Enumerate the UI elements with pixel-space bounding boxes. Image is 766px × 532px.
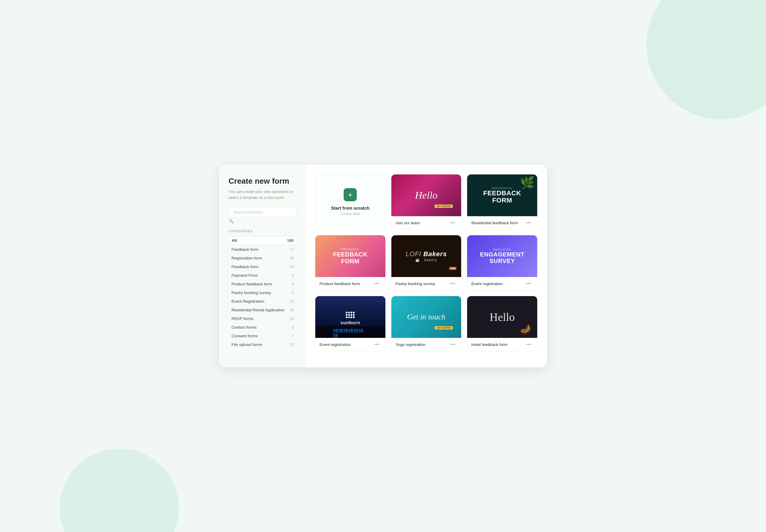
template-thumbnail-text: Hello xyxy=(489,310,515,324)
category-name: Pastry booking survey xyxy=(231,290,292,295)
template-thumbnail-hotel: Hello 🪔 xyxy=(467,296,537,338)
lamp-decoration: 🪔 xyxy=(520,324,532,335)
card-footer: Pastry booking survey ••• xyxy=(391,277,461,290)
search-wrapper xyxy=(228,207,297,217)
template-card-employee-engagement[interactable]: EMPLOYEE ENGAGEMENTSURVEY Event registra… xyxy=(467,235,538,290)
card-menu-button[interactable]: ••• xyxy=(449,219,457,226)
category-count: 5 xyxy=(292,273,294,278)
category-name: RSVP forms xyxy=(231,316,290,321)
category-count: 30 xyxy=(290,256,294,260)
card-menu-button[interactable]: ••• xyxy=(524,280,533,287)
card-menu-button[interactable]: ••• xyxy=(373,280,381,287)
scratch-title: Start from scratch xyxy=(331,205,370,211)
card-label: Event registration xyxy=(471,282,503,286)
sidebar-item-contact[interactable]: Contact forms 3 xyxy=(228,323,297,332)
card-footer: Hotel feedback form ••• xyxy=(467,338,537,351)
card-menu-button[interactable]: ••• xyxy=(449,280,457,287)
category-count: 23 xyxy=(290,316,294,321)
template-thumbnail-join: Hello Get Started xyxy=(391,174,461,216)
category-count: 5 xyxy=(292,290,294,295)
template-card-hotel[interactable]: Hello 🪔 Hotel feedback form ••• xyxy=(467,296,538,351)
template-card-sunburn[interactable]: sunburn Event registration ••• xyxy=(315,296,386,351)
category-name: Feedback form xyxy=(231,247,290,252)
sidebar-item-product-feedback[interactable]: Product feedback form 9 xyxy=(228,280,297,288)
category-count: 9 xyxy=(292,282,294,286)
sidebar-item-registration-form[interactable]: Registration form 30 xyxy=(228,254,297,262)
sidebar-item-consent[interactable]: Consent forms 7 xyxy=(228,332,297,340)
card-label: Hotel feedback form xyxy=(471,342,507,347)
card-label: Product feedback form xyxy=(319,282,360,286)
templates-grid: + Start from scratch A blank slate Hello… xyxy=(315,174,538,351)
sidebar-item-rsvp[interactable]: RSVP forms 23 xyxy=(228,314,297,323)
card-footer: Yoga registration ••• xyxy=(391,338,461,351)
search-icon: 🔍 xyxy=(229,219,234,223)
bg-decoration-top xyxy=(647,0,766,119)
category-name: Residential Rental Application xyxy=(231,308,290,312)
card-label: Join our team xyxy=(396,221,420,225)
sidebar-item-file-upload[interactable]: File upload forms 20 xyxy=(228,340,297,349)
bg-decoration-bottom xyxy=(60,449,179,532)
template-card-yoga[interactable]: Get in touch Get Started Yoga registrati… xyxy=(391,296,462,351)
card-menu-button[interactable]: ••• xyxy=(373,341,381,348)
page-subtitle: You can create your own questions or sel… xyxy=(228,189,297,200)
category-name: Contact forms xyxy=(231,325,292,330)
sidebar-item-feedback-form-2[interactable]: Feedback form 50 xyxy=(228,262,297,271)
template-thumbnail-text: Hello xyxy=(415,190,438,201)
sidebar-item-event-reg[interactable]: Event Registration 10 xyxy=(228,297,297,306)
category-count: 16 xyxy=(290,308,294,312)
sidebar-item-residential[interactable]: Residential Rental Application 16 xyxy=(228,306,297,314)
template-thumbnail-text: RESIDENTIAL FEEDBACKFORM xyxy=(483,187,521,204)
template-badge: Get Started xyxy=(435,205,453,208)
card-footer: Residential feedback form ••• xyxy=(467,216,537,229)
template-card-pastry[interactable]: LOFI Bakers ☕ bakery New Pastry booking … xyxy=(391,235,462,290)
sidebar-item-payment-form[interactable]: Payment Form 5 xyxy=(228,271,297,280)
sidebar-item-feedback-form-1[interactable]: Feedback form 17 xyxy=(228,245,297,254)
category-name: Registration form xyxy=(231,256,290,260)
category-count: 50 xyxy=(290,265,294,269)
template-badge: New xyxy=(449,267,456,270)
category-name: Feedback form xyxy=(231,265,290,269)
template-card-scratch[interactable]: + Start from scratch A blank slate xyxy=(315,174,386,230)
sidebar-item-all[interactable]: All 195 xyxy=(228,236,297,245)
categories-label: CATEGORIES xyxy=(228,229,297,233)
category-count: 3 xyxy=(292,325,294,330)
main-container: Create new form You can create your own … xyxy=(219,165,547,367)
template-card-join-team[interactable]: Hello Get Started Join our team ••• xyxy=(391,174,462,230)
search-input[interactable] xyxy=(228,207,297,217)
sidebar-item-pastry[interactable]: Pastry booking survey 5 xyxy=(228,288,297,297)
template-badge: Get Started xyxy=(435,326,453,330)
search-hint: 🔍 xyxy=(229,219,297,223)
card-menu-button[interactable]: ••• xyxy=(524,341,533,348)
card-menu-button[interactable]: ••• xyxy=(524,219,533,226)
sunburn-logo: sunburn xyxy=(340,309,360,325)
template-card-residential-feedback[interactable]: 🌿 RESIDENTIAL FEEDBACKFORM Residential f… xyxy=(467,174,538,230)
page-title: Create new form xyxy=(228,177,297,186)
content-area: + Start from scratch A blank slate Hello… xyxy=(305,165,547,367)
card-footer: Product feedback form ••• xyxy=(315,277,385,290)
category-count: 195 xyxy=(287,238,294,243)
template-thumbnail-employee: EMPLOYEE ENGAGEMENTSURVEY xyxy=(467,235,537,277)
template-thumbnail-text: EMPLOYEE ENGAGEMENTSURVEY xyxy=(480,248,524,264)
template-card-product-feedback[interactable]: PRODUCT FEEDBACKFORM Product feedback fo… xyxy=(315,235,386,290)
card-footer: Event registration ••• xyxy=(315,338,385,351)
category-count: 7 xyxy=(292,334,294,338)
category-name: File upload forms xyxy=(231,342,290,347)
sunburn-crowd xyxy=(315,326,385,338)
template-thumbnail-pastry: LOFI Bakers ☕ bakery New xyxy=(391,235,461,277)
template-thumbnail-product: PRODUCT FEEDBACKFORM xyxy=(315,235,385,277)
plant-decoration: 🌿 xyxy=(520,176,535,190)
card-label: Yoga registration xyxy=(396,342,426,347)
card-menu-button[interactable]: ••• xyxy=(449,341,457,348)
category-count: 17 xyxy=(290,247,294,252)
category-count: 20 xyxy=(290,342,294,347)
category-list: All 195 Feedback form 17 Registration fo… xyxy=(228,236,297,349)
category-count: 10 xyxy=(290,299,294,304)
template-thumbnail-text: Get in touch xyxy=(407,313,446,321)
card-footer: Join our team ••• xyxy=(391,216,461,229)
category-name: Payment Form xyxy=(231,273,292,278)
sidebar: Create new form You can create your own … xyxy=(219,165,305,367)
template-thumbnail-yoga: Get in touch Get Started xyxy=(391,296,461,338)
card-label: Pastry booking survey xyxy=(396,282,435,286)
category-name: Product feedback form xyxy=(231,282,292,286)
template-thumbnail-residential: 🌿 RESIDENTIAL FEEDBACKFORM xyxy=(467,174,537,216)
